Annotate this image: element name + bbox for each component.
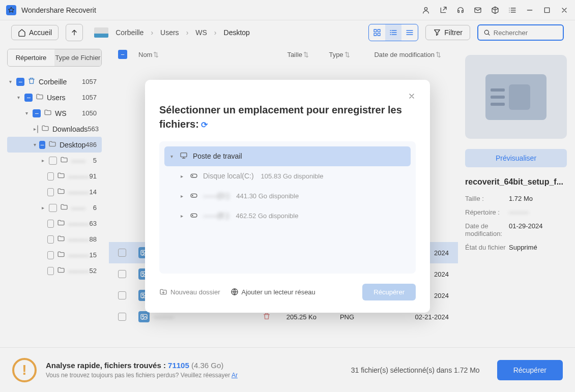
disk-icon: [190, 211, 198, 221]
modal-title: Sélectionner un emplacement pour enregis…: [159, 103, 416, 131]
svg-point-18: [192, 175, 193, 176]
new-folder-button[interactable]: Nouveau dossier: [159, 288, 220, 296]
modal-overlay: Sélectionner un emplacement pour enregis…: [0, 0, 575, 392]
monitor-icon: [180, 152, 188, 161]
add-network-button[interactable]: Ajouter un lecteur réseau: [231, 288, 315, 296]
svg-rect-17: [191, 174, 197, 177]
svg-rect-21: [191, 214, 197, 217]
disk-icon: [190, 191, 198, 201]
svg-rect-16: [181, 153, 187, 157]
disk-icon: [190, 171, 198, 181]
save-location-modal: Sélectionner un emplacement pour enregis…: [145, 80, 430, 313]
location-item[interactable]: ▸——(E:)462.52 Go disponible: [164, 206, 411, 226]
svg-point-22: [192, 215, 193, 216]
svg-point-20: [192, 195, 193, 196]
modal-recover-button[interactable]: Récupérer: [362, 284, 416, 300]
location-item[interactable]: ▾Poste de travail: [164, 146, 411, 166]
modal-close-button[interactable]: [408, 92, 416, 103]
location-item[interactable]: ▸Disque local(C:)105.83 Go disponible: [164, 166, 411, 186]
location-item[interactable]: ▸——(D:)441.30 Go disponible: [164, 186, 411, 206]
svg-rect-19: [191, 194, 197, 197]
